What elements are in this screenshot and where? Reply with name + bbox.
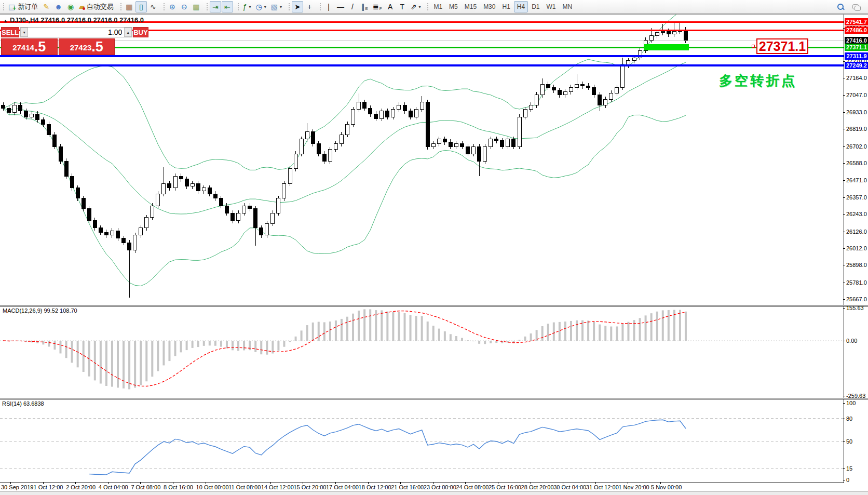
- chart-area[interactable]: 27500.027278.027164.027047.026933.026819…: [0, 15, 868, 495]
- horizontal-price-line[interactable]: [0, 55, 844, 57]
- bar-chart-button[interactable]: ▥: [124, 1, 135, 12]
- auto-trading-button[interactable]: ▰自动交易: [77, 1, 116, 12]
- highlighter-icon-icon: ✎: [43, 3, 49, 10]
- periods-button[interactable]: ◷▾: [254, 1, 268, 12]
- sell-price-tile[interactable]: 27414.5: [1, 38, 58, 55]
- bottom-strip: [0, 491, 868, 495]
- candle: [397, 105, 401, 110]
- candle: [558, 90, 561, 95]
- candle: [19, 105, 22, 111]
- signal-icon-button[interactable]: ◉: [65, 1, 76, 12]
- volume-down-button[interactable]: ▼: [20, 28, 28, 37]
- main-chart-svg: [0, 15, 844, 305]
- big-price-callout[interactable]: 27371.1: [756, 38, 808, 54]
- candle: [168, 183, 171, 188]
- horizontal-price-line[interactable]: [0, 47, 844, 48]
- mt4-window: ▤+新订单✎☻◉▰自动交易▥▯∿⊕⊖▦⇥⇤ƒ▾◷▾▧▾➤+|—/∥E≣FAT⇗▾…: [0, 0, 868, 495]
- candle: [191, 183, 194, 186]
- pane-separator-macd[interactable]: [0, 305, 868, 306]
- horizontal-line-button[interactable]: —: [335, 1, 346, 12]
- collapse-panel-icon[interactable]: ▲: [3, 18, 8, 23]
- arrows-icon: ⇗: [411, 3, 417, 10]
- zoom-in-button[interactable]: ⊕: [167, 1, 178, 12]
- chart-shift-icon: ⇤: [224, 3, 230, 10]
- candle: [500, 141, 504, 146]
- trendline-button[interactable]: /: [347, 1, 358, 12]
- search-button[interactable]: [835, 1, 846, 12]
- candle: [495, 139, 498, 141]
- timeframe-D1[interactable]: D1: [528, 1, 542, 12]
- vertical-line-icon: |: [328, 3, 330, 10]
- auto-scroll-button[interactable]: ⇥: [210, 1, 221, 12]
- candle: [431, 143, 435, 146]
- candle: [202, 188, 206, 191]
- current-price-line[interactable]: [0, 41, 844, 41]
- toolbar-group-3: ⇥⇤: [206, 1, 236, 12]
- candle: [581, 85, 585, 86]
- candle: [443, 139, 446, 142]
- chat-button[interactable]: [850, 1, 862, 12]
- candlestick-button[interactable]: ▯: [135, 1, 147, 12]
- text-button[interactable]: A: [385, 1, 396, 12]
- candle: [598, 95, 602, 105]
- timeframe-H4[interactable]: H4: [514, 1, 528, 12]
- equidistant-channel-button[interactable]: ∥E: [359, 1, 370, 12]
- buy-price-tile[interactable]: 27423.5: [59, 38, 115, 55]
- candle: [282, 183, 286, 198]
- fibonacci-button[interactable]: ≣F: [371, 1, 384, 12]
- y-axis-tick: 26243.0: [846, 211, 867, 217]
- cursor-button[interactable]: ➤: [292, 1, 303, 12]
- chart-shift-button[interactable]: ⇤: [222, 1, 233, 12]
- callout-anchor-marker[interactable]: [752, 45, 755, 48]
- candle: [156, 194, 160, 206]
- arrows-button[interactable]: ⇗▾: [409, 1, 423, 12]
- dropdown-arrow-icon: ▾: [264, 5, 266, 9]
- timeframe-H1[interactable]: H1: [499, 1, 513, 12]
- line-chart-button[interactable]: ∿: [147, 1, 159, 12]
- text-label-button[interactable]: T: [397, 1, 408, 12]
- candle: [540, 85, 544, 95]
- indicators-button[interactable]: ƒ▾: [241, 1, 253, 12]
- new-order-button[interactable]: ▤+新订单: [6, 1, 40, 12]
- timeframe-W1[interactable]: W1: [544, 1, 559, 12]
- price-line-tag: 27371.1: [845, 44, 868, 51]
- timeframe-M30[interactable]: M30: [480, 1, 498, 12]
- vertical-line-button[interactable]: |: [323, 1, 334, 12]
- icon-sub-letter: F: [379, 6, 382, 11]
- y-axis-tick: 27164.0: [846, 75, 867, 81]
- timeframe-group: M1M5M15M30H1H4D1W1MN: [426, 1, 578, 12]
- candle: [535, 95, 538, 105]
- timeframe-M5[interactable]: M5: [446, 1, 461, 12]
- candle: [420, 102, 424, 110]
- chart-annotation-text[interactable]: 多空转折点: [719, 72, 797, 90]
- buy-button[interactable]: BUY: [133, 27, 148, 37]
- highlight-rectangle[interactable]: [644, 44, 689, 50]
- time-axis-line: [0, 483, 844, 483]
- candle: [454, 143, 458, 146]
- x-axis-label: 28 Oct 20:00: [521, 484, 554, 490]
- candle: [260, 228, 263, 235]
- timeframe-M1[interactable]: M1: [430, 1, 445, 12]
- highlighter-icon-button[interactable]: ✎: [40, 1, 52, 12]
- candle: [185, 179, 188, 186]
- candle: [300, 139, 303, 154]
- candle: [357, 102, 361, 110]
- candle: [70, 176, 74, 188]
- candle: [667, 31, 670, 34]
- x-axis-label: 23 Oct 00:00: [424, 484, 456, 490]
- sell-button[interactable]: SELL: [1, 27, 19, 37]
- templates-button[interactable]: ▧▾: [269, 1, 284, 12]
- horizontal-price-line[interactable]: [0, 64, 844, 66]
- zoom-out-button[interactable]: ⊖: [179, 1, 190, 12]
- profile-icon-button[interactable]: ☻: [52, 1, 64, 12]
- pane-separator-rsi[interactable]: [0, 398, 868, 399]
- tile-windows-button[interactable]: ▦: [191, 1, 202, 12]
- timeframe-M15[interactable]: M15: [462, 1, 480, 12]
- crosshair-button[interactable]: +: [304, 1, 315, 12]
- volume-input[interactable]: [28, 28, 124, 37]
- candle: [552, 87, 555, 90]
- volume-up-button[interactable]: ▲: [124, 28, 132, 37]
- candle: [403, 105, 406, 111]
- candle: [225, 206, 228, 213]
- timeframe-MN[interactable]: MN: [560, 1, 576, 12]
